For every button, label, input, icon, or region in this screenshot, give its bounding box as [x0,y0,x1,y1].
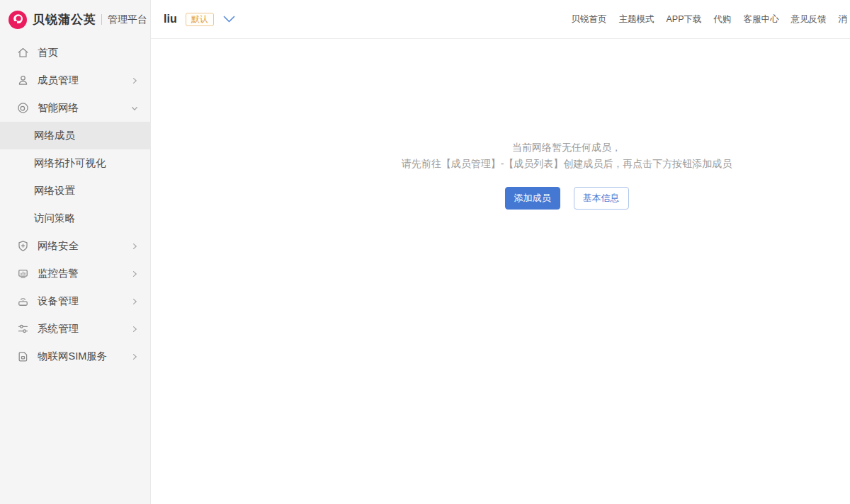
sidebar-item-home[interactable]: 首页 [0,39,150,67]
network-switch-chevron-down-icon[interactable] [223,16,235,23]
sidebar-item-monitoring-alerts[interactable]: 监控告警 [0,260,150,287]
link-customer-service[interactable]: 客服中心 [744,13,779,25]
link-purchase[interactable]: 代购 [714,13,732,25]
brand-header: 贝锐蒲公英 管理平台 [0,0,150,39]
sim-card-icon [17,350,29,362]
sidebar-subitem-network-topology[interactable]: 网络拓扑可视化 [0,149,150,177]
brand-suffix: 管理平台 [108,13,147,26]
sidebar-item-label: 物联网SIM服务 [38,350,107,363]
sidebar-item-label: 网络安全 [38,239,79,253]
sidebar-subitem-label: 网络设置 [34,184,75,197]
empty-state: 当前网络暂无任何成员， 请先前往【成员管理】-【成员列表】创建成员后，再点击下方… [319,139,815,210]
sidebar-item-label: 成员管理 [38,74,79,87]
sidebar-item-smart-network[interactable]: 智能网络 [0,94,150,122]
sidebar-subitem-label: 网络成员 [34,129,75,142]
chevron-right-icon [130,242,139,251]
sidebar-item-member-management[interactable]: 成员管理 [0,67,150,94]
sidebar-subitem-access-policy[interactable]: 访问策略 [0,205,150,232]
home-icon [17,47,29,59]
sidebar-item-label: 首页 [38,46,58,59]
chevron-right-icon [130,325,139,333]
sidebar-menu: 首页 成员管理 智能网络 [0,39,150,370]
sidebar-item-system-management[interactable]: 系统管理 [0,315,150,343]
sidebar-item-network-security[interactable]: 网络安全 [0,232,150,260]
sidebar-item-label: 设备管理 [38,294,79,308]
top-header: liu 默认 贝锐首页 主题模式 APP下载 代购 客服中心 意见反馈 消 [151,0,850,39]
user-icon [17,74,29,86]
shield-icon [17,240,29,252]
empty-state-buttons: 添加成员 基本信息 [319,187,815,210]
sliders-icon [17,323,29,335]
sidebar-item-device-management[interactable]: 设备管理 [0,287,150,315]
chevron-right-icon [130,297,139,306]
sidebar-item-label: 监控告警 [38,267,79,280]
sidebar-subitem-label: 访问策略 [34,212,75,225]
chevron-down-icon [130,104,139,113]
sidebar-subitem-network-settings[interactable]: 网络设置 [0,177,150,205]
empty-state-line2: 请先前往【成员管理】-【成员列表】创建成员后，再点击下方按钮添加成员 [319,156,815,172]
chevron-right-icon [130,270,139,278]
link-oray-home[interactable]: 贝锐首页 [571,13,606,25]
chevron-right-icon [130,76,139,85]
sidebar-subitem-label: 网络拓扑可视化 [34,156,106,170]
basic-info-button[interactable]: 基本信息 [574,187,629,210]
header-links: 贝锐首页 主题模式 APP下载 代购 客服中心 意见反馈 消 [571,13,847,25]
brand-logo-icon [8,11,27,29]
chevron-right-icon [130,353,139,361]
sidebar-item-label: 智能网络 [38,101,79,115]
router-icon [17,295,29,307]
sidebar-item-label: 系统管理 [38,322,79,336]
link-messages-truncated[interactable]: 消 [839,13,848,25]
link-theme-mode[interactable]: 主题模式 [618,13,654,25]
add-member-button[interactable]: 添加成员 [505,187,560,210]
main-content: 当前网络暂无任何成员， 请先前往【成员管理】-【成员列表】创建成员后，再点击下方… [152,40,850,504]
default-badge: 默认 [186,13,214,26]
link-feedback[interactable]: 意见反馈 [791,13,827,25]
sidebar-subitem-network-members[interactable]: 网络成员 [0,122,150,149]
brand-divider [101,14,102,25]
current-network-name: liu [164,13,177,25]
monitor-icon [17,268,29,280]
empty-state-line1: 当前网络暂无任何成员， [319,139,815,156]
sidebar: 贝锐蒲公英 管理平台 首页 成员管理 [0,0,151,504]
sidebar-item-iot-sim-service[interactable]: 物联网SIM服务 [0,343,150,370]
link-app-download[interactable]: APP下载 [666,13,701,25]
network-icon [17,102,29,114]
brand-name: 贝锐蒲公英 [33,11,96,28]
